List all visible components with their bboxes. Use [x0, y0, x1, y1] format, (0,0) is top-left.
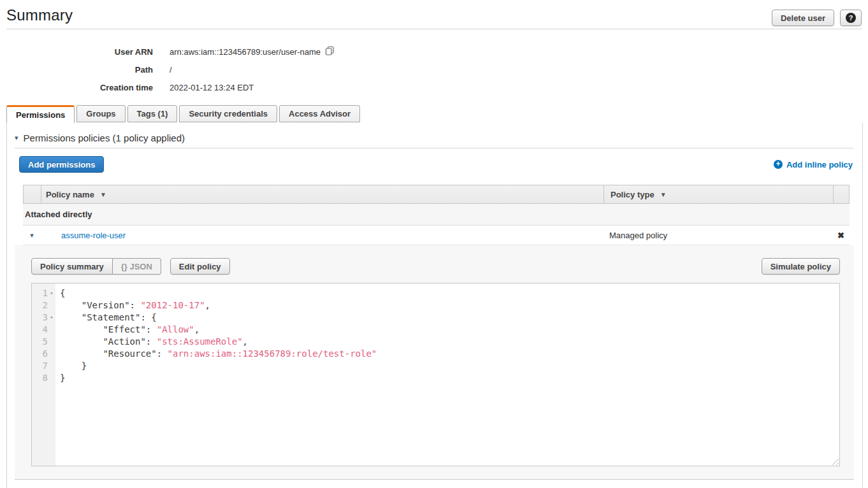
policy-json-editor[interactable]: 1▾23▾45678 { "Version": "2012-10-17", "S… — [31, 283, 840, 466]
detach-policy-x-icon[interactable]: ✖ — [837, 231, 844, 240]
editor-code[interactable]: { "Version": "2012-10-17", "Statement": … — [55, 283, 839, 466]
tab-tags[interactable]: Tags (1) — [127, 105, 178, 122]
tab-security-credentials[interactable]: Security credentials — [179, 105, 277, 122]
policy-type-column-header[interactable]: Policy type ▼ — [604, 185, 833, 203]
expand-column-header — [24, 185, 41, 203]
section-title: Permissions policies (1 policy applied) — [24, 133, 185, 143]
policy-name-column-header[interactable]: Policy name ▼ — [41, 185, 604, 203]
policy-type-value: Managed policy — [609, 231, 667, 240]
policy-view-toggle: Policy summary {} JSON — [31, 258, 161, 275]
field-row-path: Path / — [0, 61, 868, 78]
simulate-policy-button[interactable]: Simulate policy — [762, 258, 840, 275]
line-number: 7 — [32, 360, 55, 372]
code-line[interactable]: } — [60, 372, 839, 384]
path-value: / — [170, 65, 172, 75]
fold-toggle[interactable]: 1▾ — [32, 287, 55, 299]
line-number: 8 — [32, 372, 55, 384]
field-label: Creation time — [0, 83, 153, 92]
page-header: Summary Delete user ? — [0, 0, 868, 24]
code-line[interactable]: } — [60, 360, 839, 372]
sort-caret-icon: ▼ — [100, 191, 106, 198]
code-line[interactable]: { — [60, 287, 839, 299]
row-expand-caret-icon[interactable]: ▾ — [23, 231, 41, 240]
fold-toggle[interactable]: 3▾ — [32, 312, 55, 324]
policy-name-link[interactable]: assume-role-user — [61, 231, 126, 240]
line-number: 6 — [32, 348, 55, 360]
line-number: 2 — [32, 299, 55, 312]
delete-user-button[interactable]: Delete user — [772, 10, 834, 26]
field-row-user-arn: User ARN arn:aws:iam::123456789:user/use… — [0, 43, 868, 61]
edit-policy-button[interactable]: Edit policy — [170, 258, 230, 275]
add-permissions-button[interactable]: Add permissions — [19, 156, 104, 173]
table-row: ▾ assume-role-user Managed policy ✖ — [23, 226, 850, 245]
creation-time-value: 2022-01-12 13:24 EDT — [170, 83, 254, 92]
code-line[interactable]: "Version": "2012-10-17", — [60, 299, 839, 312]
field-label: Path — [0, 65, 153, 75]
help-button[interactable]: ? — [840, 10, 862, 26]
header-divider — [6, 29, 862, 29]
editor-gutter: 1▾23▾45678 — [32, 283, 55, 466]
add-inline-policy-link[interactable]: + Add inline policy — [774, 160, 853, 169]
code-line[interactable]: "Statement": { — [60, 312, 839, 324]
policy-detail-panel: Policy summary {} JSON Edit policy Simul… — [15, 245, 854, 480]
user-arn-value: arn:aws:iam::123456789:user/user-name — [170, 47, 321, 57]
collapse-caret-icon: ▾ — [15, 134, 18, 142]
policy-table-header: Policy name ▼ Policy type ▼ — [23, 185, 850, 204]
sort-caret-icon: ▼ — [660, 191, 667, 198]
policy-table: Policy name ▼ Policy type ▼ Attached dir… — [23, 185, 850, 245]
attached-directly-group-row: Attached directly — [23, 204, 850, 226]
actions-column-header — [833, 185, 849, 203]
permissions-policies-section-header[interactable]: ▾ Permissions policies (1 policy applied… — [15, 122, 854, 143]
code-line[interactable]: "Effect": "Allow", — [60, 324, 839, 336]
code-line[interactable]: "Action": "sts:AssumeRole", — [60, 336, 839, 348]
tab-bar: Permissions Groups Tags (1) Security cre… — [0, 105, 868, 122]
permissions-tab-panel: ▾ Permissions policies (1 policy applied… — [6, 122, 863, 488]
field-label: User ARN — [0, 47, 153, 57]
plus-circle-icon: + — [774, 160, 783, 169]
line-number: 4 — [32, 324, 55, 336]
copy-icon[interactable] — [325, 46, 335, 57]
section-divider — [15, 148, 854, 148]
field-row-creation-time: Creation time 2022-01-12 13:24 EDT — [0, 78, 868, 96]
tab-permissions[interactable]: Permissions — [6, 105, 75, 123]
code-line[interactable]: "Resource": "arn:aws:iam::123456789:role… — [60, 348, 839, 360]
tab-groups[interactable]: Groups — [76, 105, 125, 122]
question-mark-icon: ? — [846, 13, 856, 23]
page-title: Summary — [6, 6, 862, 24]
line-number: 5 — [32, 336, 55, 348]
policy-summary-button[interactable]: Policy summary — [31, 258, 113, 275]
tab-access-advisor[interactable]: Access Advisor — [279, 105, 360, 122]
json-view-button[interactable]: {} JSON — [113, 258, 161, 275]
user-summary-fields: User ARN arn:aws:iam::123456789:user/use… — [0, 43, 868, 96]
